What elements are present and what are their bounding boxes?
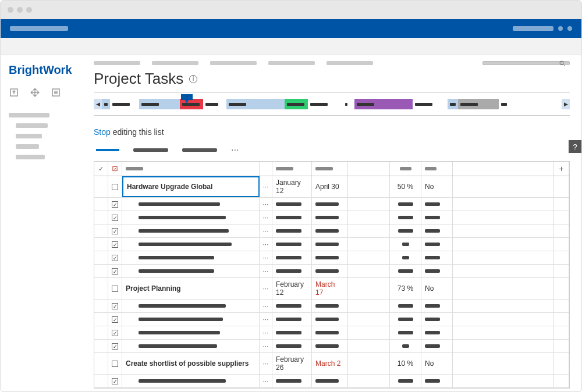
col-end[interactable] xyxy=(312,162,348,176)
end-date-cell[interactable] xyxy=(312,198,348,211)
no-cell[interactable] xyxy=(421,313,453,326)
percent-cell[interactable] xyxy=(390,313,421,326)
checkbox-cell[interactable] xyxy=(108,313,122,326)
end-date-cell[interactable] xyxy=(312,326,348,339)
table-row[interactable]: ··· xyxy=(94,198,569,211)
start-date-cell[interactable] xyxy=(272,326,312,339)
start-date-cell[interactable] xyxy=(272,224,312,237)
nav-item[interactable] xyxy=(268,61,315,65)
start-date-cell[interactable]: February 12 xyxy=(272,278,312,299)
title-cell[interactable] xyxy=(122,375,260,387)
sidebar-item[interactable] xyxy=(16,123,48,128)
search-input[interactable] xyxy=(482,61,570,65)
percent-cell[interactable]: 10 % xyxy=(390,353,421,374)
end-date-cell[interactable] xyxy=(312,375,348,387)
title-cell[interactable] xyxy=(122,300,260,312)
row-actions[interactable]: ··· xyxy=(260,265,272,277)
end-date-cell[interactable] xyxy=(312,224,348,237)
title-cell[interactable] xyxy=(122,326,260,339)
timeline-segment[interactable] xyxy=(354,99,413,109)
sidebar-item[interactable] xyxy=(16,134,42,138)
title-cell[interactable] xyxy=(122,211,260,224)
timeline[interactable]: ◀ ▶ xyxy=(94,92,570,116)
end-date-cell[interactable] xyxy=(312,265,348,277)
checkbox-cell[interactable] xyxy=(108,224,122,237)
checkbox-cell[interactable] xyxy=(108,176,122,197)
table-row[interactable]: ··· xyxy=(94,224,569,238)
nav-item[interactable] xyxy=(210,61,257,65)
percent-cell[interactable] xyxy=(390,326,421,339)
table-row[interactable]: ··· xyxy=(94,375,569,388)
complete-cell[interactable] xyxy=(94,313,108,326)
sidebar-item[interactable] xyxy=(16,144,39,149)
end-date-cell[interactable]: March 17 xyxy=(312,278,348,299)
complete-cell[interactable] xyxy=(94,278,108,299)
percent-cell[interactable] xyxy=(390,224,421,237)
stop-editing-link[interactable]: Stop xyxy=(94,127,111,137)
timeline-segment[interactable] xyxy=(413,99,448,109)
percent-cell[interactable] xyxy=(390,340,421,352)
tab-item[interactable] xyxy=(133,148,168,152)
end-date-cell[interactable] xyxy=(312,313,348,326)
end-date-cell[interactable] xyxy=(312,300,348,312)
complete-cell[interactable] xyxy=(94,198,108,211)
end-date-cell[interactable]: March 2 xyxy=(312,353,348,374)
no-cell[interactable] xyxy=(421,265,453,277)
no-cell[interactable] xyxy=(421,326,453,339)
timeline-segment[interactable] xyxy=(308,99,343,109)
title-cell[interactable] xyxy=(122,313,260,326)
nav-item[interactable] xyxy=(327,61,373,65)
no-cell[interactable] xyxy=(421,224,453,237)
timeline-segment[interactable] xyxy=(448,99,458,109)
percent-cell[interactable] xyxy=(390,251,421,264)
no-cell[interactable] xyxy=(421,238,453,251)
title-cell[interactable]: Project Planning xyxy=(122,278,260,299)
checkbox-cell[interactable] xyxy=(108,251,122,264)
row-actions[interactable]: ··· xyxy=(260,211,272,224)
row-actions[interactable]: ··· xyxy=(260,300,272,312)
percent-cell[interactable]: 50 % xyxy=(390,176,421,197)
table-row[interactable]: ··· xyxy=(94,251,569,265)
checkbox-cell[interactable] xyxy=(108,326,122,339)
complete-cell[interactable] xyxy=(94,340,108,352)
table-row[interactable]: Project Planning···February 12March 1773… xyxy=(94,278,569,300)
row-actions[interactable]: ··· xyxy=(260,278,272,299)
nav-item[interactable] xyxy=(152,61,198,65)
row-actions[interactable]: ··· xyxy=(260,313,272,326)
complete-cell[interactable] xyxy=(94,176,108,197)
percent-cell[interactable] xyxy=(390,211,421,224)
checkbox-cell[interactable] xyxy=(108,353,122,374)
no-cell[interactable] xyxy=(421,300,453,312)
no-cell[interactable]: No xyxy=(421,278,453,299)
checkbox-cell[interactable] xyxy=(108,198,122,211)
col-no[interactable] xyxy=(421,162,453,176)
no-cell[interactable] xyxy=(421,251,453,264)
percent-cell[interactable]: 73 % xyxy=(390,278,421,299)
no-cell[interactable]: No xyxy=(421,353,453,374)
table-row[interactable]: ··· xyxy=(94,211,569,224)
start-date-cell[interactable] xyxy=(272,300,312,312)
complete-cell[interactable] xyxy=(94,326,108,339)
move-icon[interactable] xyxy=(30,87,40,100)
info-icon[interactable]: i xyxy=(189,75,197,83)
no-cell[interactable] xyxy=(421,340,453,352)
checkbox-cell[interactable] xyxy=(108,211,122,224)
timeline-segment[interactable] xyxy=(203,99,226,109)
table-row[interactable]: ··· xyxy=(94,265,569,278)
percent-cell[interactable] xyxy=(390,238,421,251)
row-actions[interactable]: ··· xyxy=(260,353,272,374)
complete-cell[interactable] xyxy=(94,224,108,237)
checkbox-cell[interactable] xyxy=(108,340,122,352)
col-title[interactable] xyxy=(122,162,260,176)
tab-item[interactable] xyxy=(182,148,217,152)
timeline-segment[interactable] xyxy=(139,99,180,109)
start-date-cell[interactable] xyxy=(272,238,312,251)
col-complete[interactable] xyxy=(94,162,108,176)
checkbox-cell[interactable] xyxy=(108,375,122,387)
row-actions[interactable]: ··· xyxy=(260,238,272,251)
col-checkbox[interactable] xyxy=(108,162,122,176)
timeline-segment[interactable] xyxy=(458,99,499,109)
table-row[interactable]: ··· xyxy=(94,238,569,251)
start-date-cell[interactable]: January 12 xyxy=(272,176,312,197)
title-cell[interactable]: Hardware Upgrade Global xyxy=(122,176,260,197)
